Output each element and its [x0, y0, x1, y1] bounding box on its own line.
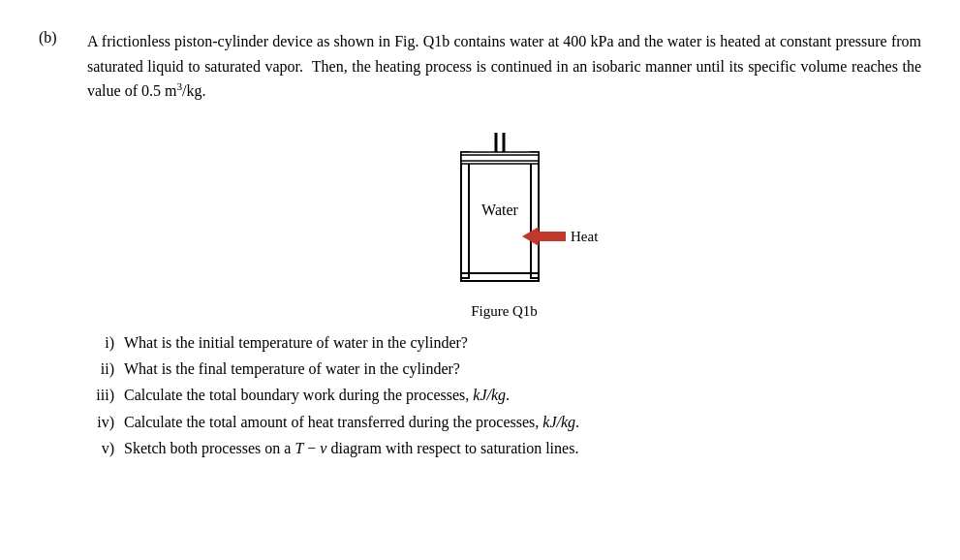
question-num: iv) — [87, 409, 120, 435]
question-text: What is the initial temperature of water… — [124, 329, 468, 356]
question-text: Calculate the total boundary work during… — [124, 382, 510, 408]
list-item: ii) What is the final temperature of wat… — [87, 356, 921, 382]
svg-rect-8 — [539, 232, 566, 241]
question-text: Sketch both processes on a T − v diagram… — [124, 435, 578, 461]
list-item: iv) Calculate the total amount of heat t… — [87, 409, 921, 435]
problem-content: A frictionless piston-cylinder device as… — [87, 29, 921, 461]
problem-container: (b) A frictionless piston-cylinder devic… — [39, 29, 921, 461]
cylinder-diagram: Water Heat — [408, 123, 602, 297]
svg-rect-2 — [461, 273, 539, 281]
figure-area: Water Heat Figure Q1b — [87, 123, 921, 320]
question-num: i) — [87, 329, 120, 356]
question-text: Calculate the total amount of heat trans… — [124, 409, 579, 435]
heat-text: Heat — [571, 229, 599, 244]
question-text: What is the final temperature of water i… — [124, 356, 460, 382]
list-item: i) What is the initial temperature of wa… — [87, 329, 921, 356]
questions-list: i) What is the initial temperature of wa… — [87, 329, 921, 461]
figure-caption: Figure Q1b — [471, 303, 538, 320]
svg-rect-5 — [461, 152, 539, 164]
problem-label: (b) — [39, 29, 87, 47]
problem-text: A frictionless piston-cylinder device as… — [87, 29, 921, 104]
water-text: Water — [481, 202, 518, 218]
cylinder-svg: Water Heat — [408, 123, 602, 297]
svg-rect-1 — [531, 152, 539, 278]
list-item: v) Sketch both processes on a T − v diag… — [87, 435, 921, 461]
question-num: ii) — [87, 356, 120, 382]
list-item: iii) Calculate the total boundary work d… — [87, 382, 921, 408]
question-num: v) — [87, 435, 120, 461]
part-label: (b) — [39, 29, 57, 46]
question-num: iii) — [87, 382, 120, 408]
svg-rect-0 — [461, 152, 469, 278]
